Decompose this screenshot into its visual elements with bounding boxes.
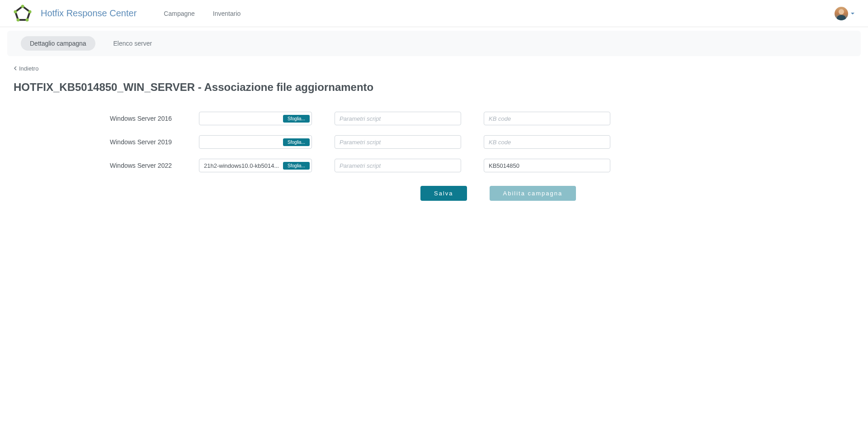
svg-point-4: [17, 18, 20, 21]
table-row: Windows Server 2019 Sfoglia...: [14, 135, 592, 149]
form-rows: Windows Server 2016 Sfoglia... Windows S…: [14, 112, 592, 172]
file-input-ws2022[interactable]: 21h2-windows10.0-kb5014... Sfoglia...: [199, 159, 312, 172]
user-menu[interactable]: [835, 7, 854, 20]
tab-elenco-server[interactable]: Elenco server: [104, 36, 161, 51]
navbar: Hotfix Response Center Campagne Inventar…: [0, 0, 868, 27]
parametri-input-ws2022[interactable]: [335, 159, 461, 172]
tab-dettaglio-campagna[interactable]: Dettaglio campagna: [21, 36, 95, 51]
chevron-down-icon: [851, 13, 854, 14]
nav-links: Campagne Inventario: [164, 10, 241, 17]
row-label-ws2022: Windows Server 2022: [14, 162, 176, 169]
page-title: HOTFIX_KB5014850_WIN_SERVER - Associazio…: [14, 81, 854, 94]
parametri-input-ws2016[interactable]: [335, 112, 461, 125]
svg-point-3: [26, 18, 29, 21]
kb-input-ws2016[interactable]: [484, 112, 610, 125]
row-label-ws2016: Windows Server 2016: [14, 115, 176, 122]
nav-campagne[interactable]: Campagne: [164, 10, 195, 17]
enable-campaign-button[interactable]: Abilita campagna: [490, 186, 576, 201]
file-name: 21h2-windows10.0-kb5014...: [200, 162, 283, 169]
kb-input-ws2022[interactable]: [484, 159, 610, 172]
svg-marker-0: [15, 6, 30, 20]
file-input-ws2016[interactable]: Sfoglia...: [199, 112, 312, 125]
svg-point-2: [28, 10, 32, 13]
svg-point-5: [14, 10, 17, 13]
content: Indietro HOTFIX_KB5014850_WIN_SERVER - A…: [0, 56, 868, 210]
app-logo-icon: [14, 5, 32, 23]
table-row: Windows Server 2016 Sfoglia...: [14, 112, 592, 125]
tabs-bar: Dettaglio campagna Elenco server: [7, 31, 861, 56]
back-label: Indietro: [19, 65, 38, 72]
save-button[interactable]: Salva: [420, 186, 467, 201]
svg-point-1: [21, 5, 24, 8]
nav-inventario[interactable]: Inventario: [213, 10, 241, 17]
brand-title[interactable]: Hotfix Response Center: [41, 8, 137, 19]
kb-input-ws2019[interactable]: [484, 135, 610, 149]
browse-button[interactable]: Sfoglia...: [283, 115, 310, 123]
browse-button[interactable]: Sfoglia...: [283, 138, 310, 146]
row-label-ws2019: Windows Server 2019: [14, 138, 176, 146]
parametri-input-ws2019[interactable]: [335, 135, 461, 149]
avatar: [835, 7, 848, 20]
chevron-left-icon: [14, 65, 17, 72]
file-input-ws2019[interactable]: Sfoglia...: [199, 135, 312, 149]
table-row: Windows Server 2022 21h2-windows10.0-kb5…: [14, 159, 592, 172]
actions: Salva Abilita campagna: [330, 186, 854, 201]
back-link[interactable]: Indietro: [14, 65, 854, 72]
browse-button[interactable]: Sfoglia...: [283, 162, 310, 170]
